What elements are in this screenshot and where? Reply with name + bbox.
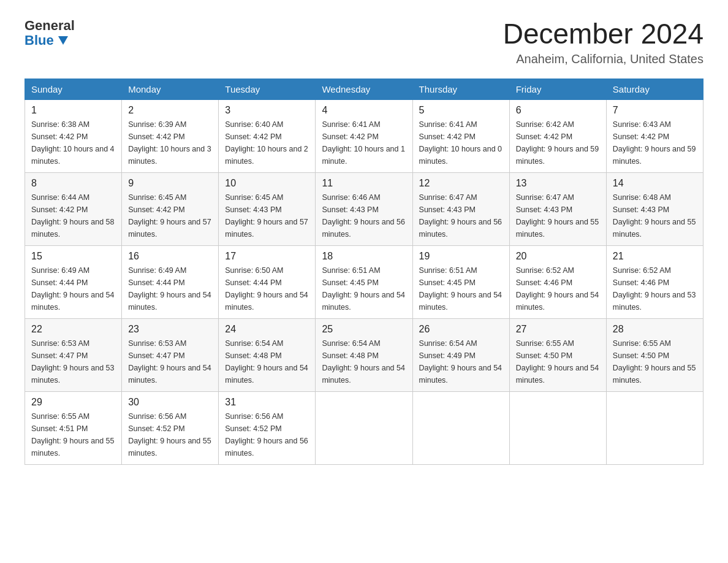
day-number: 31 [225, 397, 309, 408]
calendar-table: SundayMondayTuesdayWednesdayThursdayFrid… [25, 79, 703, 465]
day-number: 12 [419, 178, 503, 189]
calendar-cell: 8Sunrise: 6:44 AMSunset: 4:42 PMDaylight… [25, 172, 122, 245]
calendar-cell: 9Sunrise: 6:45 AMSunset: 4:42 PMDaylight… [122, 172, 219, 245]
day-info: Sunrise: 6:53 AMSunset: 4:47 PMDaylight:… [128, 337, 212, 386]
month-year-title: December 2024 [503, 18, 703, 50]
day-number: 11 [322, 178, 406, 189]
calendar-cell: 29Sunrise: 6:55 AMSunset: 4:51 PMDayligh… [25, 391, 122, 464]
calendar-cell: 24Sunrise: 6:54 AMSunset: 4:48 PMDayligh… [219, 318, 316, 391]
day-number: 5 [419, 105, 503, 116]
header-monday: Monday [122, 79, 219, 99]
logo-blue: Blue [25, 33, 75, 48]
day-info: Sunrise: 6:51 AMSunset: 4:45 PMDaylight:… [419, 264, 503, 313]
day-info: Sunrise: 6:54 AMSunset: 4:48 PMDaylight:… [225, 337, 309, 386]
calendar-cell: 4Sunrise: 6:41 AMSunset: 4:42 PMDaylight… [316, 99, 412, 172]
calendar-cell: 28Sunrise: 6:55 AMSunset: 4:50 PMDayligh… [606, 318, 703, 391]
calendar-week-row: 15Sunrise: 6:49 AMSunset: 4:44 PMDayligh… [25, 245, 703, 318]
day-info: Sunrise: 6:56 AMSunset: 4:52 PMDaylight:… [225, 410, 309, 459]
calendar-cell: 31Sunrise: 6:56 AMSunset: 4:52 PMDayligh… [219, 391, 316, 464]
location-subtitle: Anaheim, California, United States [503, 52, 703, 66]
day-info: Sunrise: 6:45 AMSunset: 4:43 PMDaylight:… [225, 191, 309, 240]
day-number: 10 [225, 178, 309, 189]
calendar-week-row: 1Sunrise: 6:38 AMSunset: 4:42 PMDaylight… [25, 99, 703, 172]
day-info: Sunrise: 6:52 AMSunset: 4:46 PMDaylight:… [613, 264, 697, 313]
day-number: 17 [225, 251, 309, 262]
day-number: 19 [419, 251, 503, 262]
day-number: 24 [225, 324, 309, 335]
calendar-cell: 11Sunrise: 6:46 AMSunset: 4:43 PMDayligh… [316, 172, 412, 245]
day-number: 16 [128, 251, 212, 262]
header-tuesday: Tuesday [219, 79, 316, 99]
day-number: 30 [128, 397, 212, 408]
day-info: Sunrise: 6:47 AMSunset: 4:43 PMDaylight:… [516, 191, 600, 240]
calendar-cell: 19Sunrise: 6:51 AMSunset: 4:45 PMDayligh… [412, 245, 509, 318]
day-info: Sunrise: 6:41 AMSunset: 4:42 PMDaylight:… [419, 118, 503, 167]
day-number: 28 [613, 324, 697, 335]
day-info: Sunrise: 6:48 AMSunset: 4:43 PMDaylight:… [613, 191, 697, 240]
day-number: 29 [31, 397, 115, 408]
day-info: Sunrise: 6:49 AMSunset: 4:44 PMDaylight:… [31, 264, 115, 313]
calendar-cell: 30Sunrise: 6:56 AMSunset: 4:52 PMDayligh… [122, 391, 219, 464]
day-info: Sunrise: 6:44 AMSunset: 4:42 PMDaylight:… [31, 191, 115, 240]
day-number: 4 [322, 105, 406, 116]
day-number: 6 [516, 105, 600, 116]
calendar-cell [606, 391, 703, 464]
calendar-cell: 16Sunrise: 6:49 AMSunset: 4:44 PMDayligh… [122, 245, 219, 318]
calendar-cell: 13Sunrise: 6:47 AMSunset: 4:43 PMDayligh… [509, 172, 606, 245]
day-info: Sunrise: 6:54 AMSunset: 4:49 PMDaylight:… [419, 337, 503, 386]
calendar-cell: 26Sunrise: 6:54 AMSunset: 4:49 PMDayligh… [412, 318, 509, 391]
header-sunday: Sunday [25, 79, 122, 99]
header-wednesday: Wednesday [316, 79, 412, 99]
day-number: 14 [613, 178, 697, 189]
header-thursday: Thursday [412, 79, 509, 99]
logo-general: General [25, 18, 75, 33]
day-number: 8 [31, 178, 115, 189]
day-info: Sunrise: 6:47 AMSunset: 4:43 PMDaylight:… [419, 191, 503, 240]
calendar-cell: 14Sunrise: 6:48 AMSunset: 4:43 PMDayligh… [606, 172, 703, 245]
day-info: Sunrise: 6:38 AMSunset: 4:42 PMDaylight:… [31, 118, 115, 167]
day-info: Sunrise: 6:54 AMSunset: 4:48 PMDaylight:… [322, 337, 406, 386]
day-number: 15 [31, 251, 115, 262]
day-info: Sunrise: 6:55 AMSunset: 4:50 PMDaylight:… [613, 337, 697, 386]
calendar-cell: 7Sunrise: 6:43 AMSunset: 4:42 PMDaylight… [606, 99, 703, 172]
logo: General Blue [25, 18, 75, 48]
calendar-cell: 2Sunrise: 6:39 AMSunset: 4:42 PMDaylight… [122, 99, 219, 172]
calendar-cell: 23Sunrise: 6:53 AMSunset: 4:47 PMDayligh… [122, 318, 219, 391]
calendar-cell: 20Sunrise: 6:52 AMSunset: 4:46 PMDayligh… [509, 245, 606, 318]
day-info: Sunrise: 6:43 AMSunset: 4:42 PMDaylight:… [613, 118, 697, 167]
calendar-cell: 5Sunrise: 6:41 AMSunset: 4:42 PMDaylight… [412, 99, 509, 172]
logo-triangle-icon [58, 36, 68, 45]
calendar-cell: 27Sunrise: 6:55 AMSunset: 4:50 PMDayligh… [509, 318, 606, 391]
calendar-cell: 12Sunrise: 6:47 AMSunset: 4:43 PMDayligh… [412, 172, 509, 245]
header-friday: Friday [509, 79, 606, 99]
day-info: Sunrise: 6:53 AMSunset: 4:47 PMDaylight:… [31, 337, 115, 386]
day-number: 23 [128, 324, 212, 335]
calendar-cell [509, 391, 606, 464]
calendar-header-row: SundayMondayTuesdayWednesdayThursdayFrid… [25, 79, 703, 99]
calendar-cell [316, 391, 412, 464]
day-number: 22 [31, 324, 115, 335]
calendar-week-row: 8Sunrise: 6:44 AMSunset: 4:42 PMDaylight… [25, 172, 703, 245]
calendar-week-row: 29Sunrise: 6:55 AMSunset: 4:51 PMDayligh… [25, 391, 703, 464]
day-info: Sunrise: 6:42 AMSunset: 4:42 PMDaylight:… [516, 118, 600, 167]
day-number: 20 [516, 251, 600, 262]
day-number: 18 [322, 251, 406, 262]
calendar-cell: 25Sunrise: 6:54 AMSunset: 4:48 PMDayligh… [316, 318, 412, 391]
calendar-cell: 10Sunrise: 6:45 AMSunset: 4:43 PMDayligh… [219, 172, 316, 245]
calendar-week-row: 22Sunrise: 6:53 AMSunset: 4:47 PMDayligh… [25, 318, 703, 391]
calendar-cell: 17Sunrise: 6:50 AMSunset: 4:44 PMDayligh… [219, 245, 316, 318]
page-header: General Blue December 2024 Anaheim, Cali… [25, 18, 703, 66]
day-info: Sunrise: 6:55 AMSunset: 4:51 PMDaylight:… [31, 410, 115, 459]
day-number: 25 [322, 324, 406, 335]
day-number: 9 [128, 178, 212, 189]
header-saturday: Saturday [606, 79, 703, 99]
day-info: Sunrise: 6:49 AMSunset: 4:44 PMDaylight:… [128, 264, 212, 313]
day-number: 7 [613, 105, 697, 116]
day-number: 26 [419, 324, 503, 335]
day-number: 3 [225, 105, 309, 116]
day-number: 21 [613, 251, 697, 262]
calendar-cell: 1Sunrise: 6:38 AMSunset: 4:42 PMDaylight… [25, 99, 122, 172]
calendar-cell: 6Sunrise: 6:42 AMSunset: 4:42 PMDaylight… [509, 99, 606, 172]
day-info: Sunrise: 6:40 AMSunset: 4:42 PMDaylight:… [225, 118, 309, 167]
day-number: 13 [516, 178, 600, 189]
